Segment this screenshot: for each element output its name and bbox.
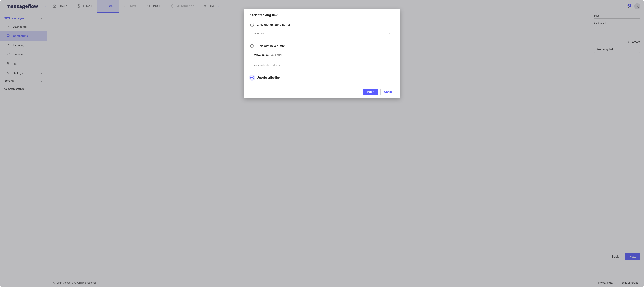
- website-address-input[interactable]: [254, 64, 390, 67]
- option-unsubscribe-link[interactable]: Unsubscribe link: [249, 73, 395, 83]
- radio-icon: [250, 23, 254, 27]
- existing-link-select[interactable]: [254, 31, 390, 37]
- insert-tracking-link-modal: Insert tracking link Link with existing …: [244, 10, 400, 98]
- dropdown-icon: [388, 32, 390, 35]
- insert-button[interactable]: Insert: [363, 89, 378, 95]
- cancel-button[interactable]: Cancel: [380, 89, 397, 95]
- app-window: messageflow™ Home E-mail SM: [0, 0, 644, 287]
- radio-icon: [250, 44, 254, 48]
- new-suffix-input[interactable]: [270, 53, 390, 57]
- new-suffix-field[interactable]: www.ide.do/: [254, 52, 390, 58]
- modal-overlay[interactable]: Insert tracking link Link with existing …: [0, 0, 644, 287]
- suffix-prefix: www.ide.do/: [254, 53, 270, 57]
- existing-link-input[interactable]: [254, 32, 387, 35]
- modal-title: Insert tracking link: [244, 10, 400, 19]
- option-existing-suffix[interactable]: Link with existing suffix: [249, 20, 395, 30]
- radio-icon-selected: [250, 76, 254, 79]
- website-address-field[interactable]: [254, 62, 390, 68]
- option-new-suffix[interactable]: Link with new suffix: [249, 41, 395, 51]
